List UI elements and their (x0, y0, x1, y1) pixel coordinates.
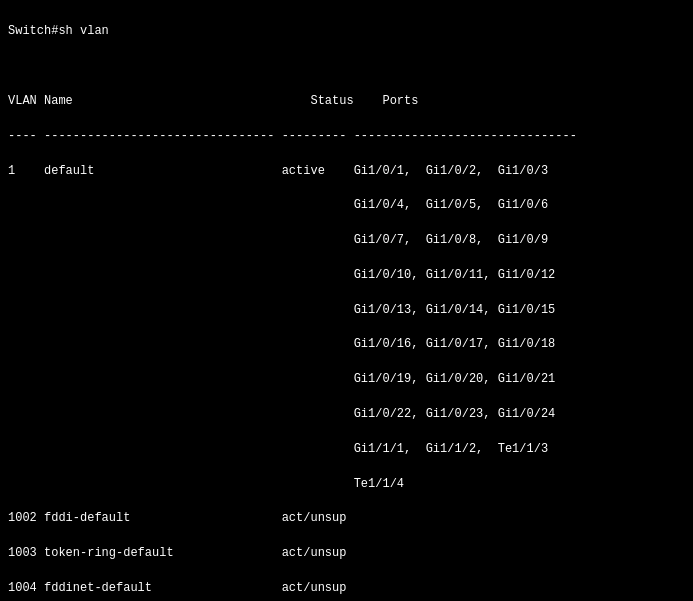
line-vlan1-j: Te1/1/4 (8, 477, 404, 491)
line-vlan1-h: Gi1/0/22, Gi1/0/23, Gi1/0/24 (8, 407, 555, 421)
terminal-output: Switch#sh vlan VLAN Name Status Ports --… (8, 6, 685, 601)
line-vlan1-b: Gi1/0/4, Gi1/0/5, Gi1/0/6 (8, 198, 548, 212)
line-vlan1002: 1002 fddi-default act/unsup (8, 511, 346, 525)
line-vlan1-a: 1 default active Gi1/0/1, Gi1/0/2, Gi1/0… (8, 164, 548, 178)
line-header-vlan: VLAN Name Status Ports (8, 94, 418, 108)
line-vlan1-g: Gi1/0/19, Gi1/0/20, Gi1/0/21 (8, 372, 555, 386)
line-vlan1-e: Gi1/0/13, Gi1/0/14, Gi1/0/15 (8, 303, 555, 317)
line-vlan1-i: Gi1/1/1, Gi1/1/2, Te1/1/3 (8, 442, 548, 456)
line-vlan1003: 1003 token-ring-default act/unsup (8, 546, 346, 560)
line-separator-1: ---- -------------------------------- --… (8, 129, 577, 143)
line-vlan1-d: Gi1/0/10, Gi1/0/11, Gi1/0/12 (8, 268, 555, 282)
line-vlan1004: 1004 fddinet-default act/unsup (8, 581, 346, 595)
line-vlan1-c: Gi1/0/7, Gi1/0/8, Gi1/0/9 (8, 233, 548, 247)
line-vlan1-f: Gi1/0/16, Gi1/0/17, Gi1/0/18 (8, 337, 555, 351)
line-1: Switch#sh vlan (8, 24, 109, 38)
